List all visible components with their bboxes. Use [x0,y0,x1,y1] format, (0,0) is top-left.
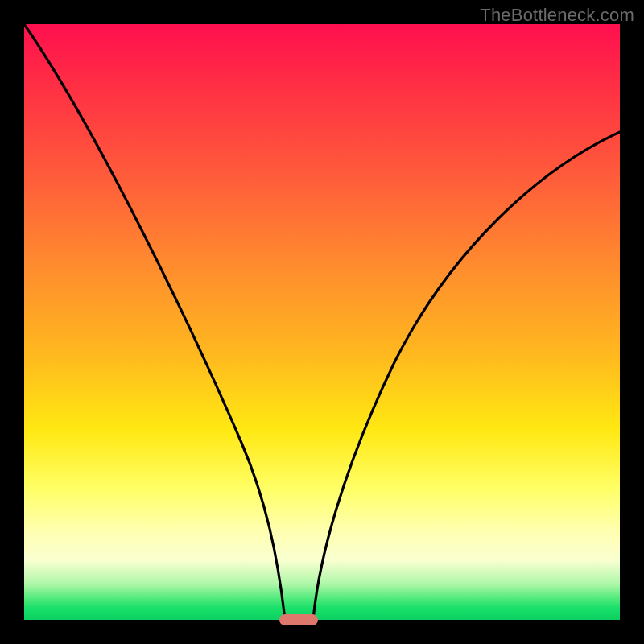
bottleneck-marker [279,614,318,625]
chart-frame: TheBottleneck.com [0,0,644,644]
plot-area [24,24,620,620]
right-curve [313,132,620,620]
left-curve [24,24,285,620]
curves-svg [24,24,620,620]
watermark-text: TheBottleneck.com [480,5,634,26]
